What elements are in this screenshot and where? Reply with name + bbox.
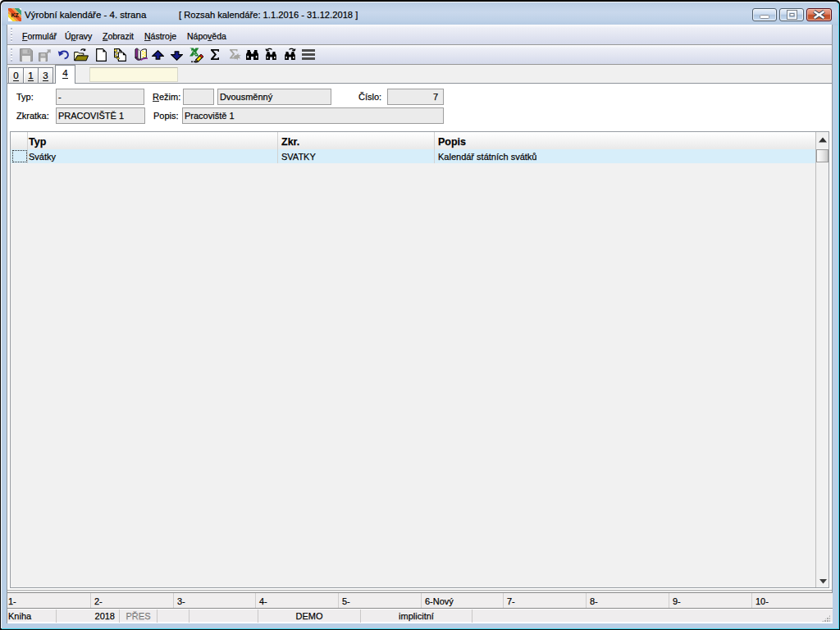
svg-text:KZ: KZ [11,12,19,18]
